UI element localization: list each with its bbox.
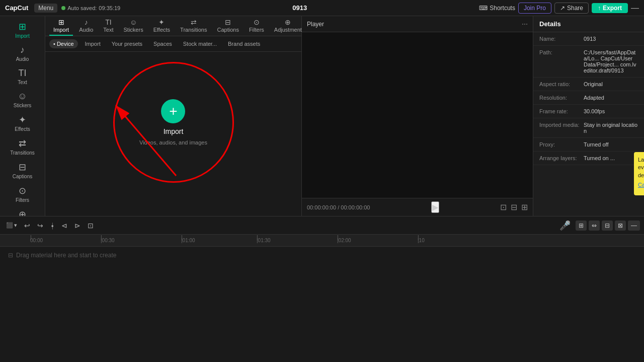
tab-audio-icon: ♪ [85,18,88,26]
subnav-import[interactable]: Import [81,39,105,48]
text-icon: TI [19,68,27,79]
detail-row-arrange-layers: Arrange layers: Turned on ... [533,152,644,165]
subnav-device[interactable]: • Device [49,39,78,48]
tooltip-text: Layers can be reordered in every new pro… [638,157,644,178]
sidebar-item-audio[interactable]: ♪ Audio [0,42,45,65]
ruler-mark-90: |01:30 [257,235,271,246]
subnav-brand[interactable]: Brand assets [224,39,264,48]
detail-value-framerate: 30.00fps [584,108,638,114]
sidebar-item-stickers[interactable]: ☺ Stickers [0,88,45,111]
player-options-icon[interactable]: ⋯ [522,21,528,28]
player-panel: Player ⋯ 00:00:00:00 / 00:00:00:00 ▶ ⊡ ⊟… [302,16,533,216]
transitions-icon: ⇄ [19,138,26,149]
tab-effects[interactable]: ✦ Effects [149,16,174,36]
tooltip-cancel-button[interactable]: Cancel [638,181,644,191]
zoom-selector[interactable]: ⬛ ▾ [4,221,19,230]
export-button[interactable]: ↑ Export [592,3,628,13]
sidebar-item-text[interactable]: TI Text [0,65,45,88]
tab-stickers-icon: ☺ [130,18,137,26]
app-logo: CapCut [5,4,28,12]
left-sidebar: ⊞ Import ♪ Audio TI Text ☺ Stickers ✦ Ef… [0,16,45,216]
detail-value-imported-media: Stay in original location [584,122,638,134]
timeline: ⬛ ▾ ↩ ↪ ⍿ ⊲ ⊳ ⊡ 🎤 ⊞ ⇔ ⊟ ⊠ — 00:00 |00:30… [0,216,644,362]
main-layout: ⊞ Import ♪ Audio TI Text ☺ Stickers ✦ Ef… [0,16,644,216]
zoom-chevron-icon: ▾ [14,222,17,229]
subnav-presets[interactable]: Your presets [108,39,146,48]
sidebar-item-import[interactable]: ⊞ Import [0,18,45,42]
ruler-mark-60: |01:00 [181,235,195,246]
join-pro-button[interactable]: Join Pro [518,3,551,14]
tab-transitions[interactable]: ⇄ Transitions [176,16,211,36]
group-toggle[interactable]: ⊠ [615,221,626,231]
timeline-ruler: 00:00 |00:30 |01:00 |01:30 |02:00 |10 [0,235,644,247]
player-controls: 00:00:00:00 / 00:00:00:00 ▶ ⊡ ⊟ ⊞ [302,198,533,216]
zoom-minus-button[interactable]: — [628,221,640,231]
sidebar-item-filters[interactable]: ⊙ Filters [0,182,45,206]
effects-icon: ✦ [19,114,26,125]
tab-adjustment[interactable]: ⊕ Adjustment [270,16,306,36]
tab-captions-icon: ⊟ [225,18,231,26]
player-fit-icon[interactable]: ⊟ [511,202,517,212]
detail-value-name: 0913 [584,36,638,42]
auto-save-time: 09:35:19 [99,5,120,11]
subnav-stock[interactable]: Stock mater... [179,39,221,48]
detail-label-aspect: Aspect ratio: [539,81,580,87]
import-icon: ⊞ [19,21,26,32]
tab-filters-icon: ⊙ [254,18,260,26]
trim-end-button[interactable]: ⊳ [72,221,83,231]
detail-value-arrange-layers: Turned on ... [584,155,638,161]
minimize-button[interactable]: — [631,4,639,13]
sub-navigation: • Device Import Your presets Spaces Stoc… [45,36,301,52]
player-header: Player ⋯ [302,16,533,32]
redo-button[interactable]: ↪ [35,221,45,231]
detail-row-aspect: Aspect ratio: Original [533,78,644,91]
detail-label-framerate: Frame rate: [539,108,580,114]
tab-captions[interactable]: ⊟ Captions [213,16,243,36]
import-button[interactable]: + Import Videos, audios, and images [139,99,207,146]
tab-import[interactable]: ⊞ Import [49,16,73,36]
mic-button[interactable]: 🎤 [559,220,571,231]
shortcuts-button[interactable]: ⌨ Shortcuts [479,5,515,12]
player-view [302,32,533,198]
split-button[interactable]: ⍿ [48,221,56,231]
tab-filters[interactable]: ⊙ Filters [245,16,268,36]
import-area: + Import Videos, audios, and images [45,52,301,216]
sidebar-item-transitions[interactable]: ⇄ Transitions [0,135,45,159]
unlink-toggle[interactable]: ⊟ [602,221,613,231]
link-toggle[interactable]: ⇔ [589,221,600,231]
detail-label-proxy: Proxy: [539,141,580,148]
player-play-button[interactable]: ▶ [431,201,439,213]
drag-hint: ⊟ Drag material here and start to create [0,247,644,264]
player-fullscreen-icon[interactable]: ⊞ [521,202,528,212]
detail-value-path: C:/Users/fast/AppData/Lo... CapCut/User … [584,49,638,74]
detail-value-resolution: Adapted [584,95,638,101]
detail-row-imported-media: Imported media: Stay in original locatio… [533,118,644,138]
share-icon: ↗ [560,5,565,12]
sidebar-item-effects[interactable]: ✦ Effects [0,111,45,135]
sidebar-item-captions[interactable]: ⊟ Captions [0,159,45,182]
ruler-mark-last: |10 [418,235,425,246]
undo-button[interactable]: ↩ [22,221,32,231]
topbar-right: ⌨ Shortcuts Join Pro ↗ Share ↑ Export — [479,3,639,14]
tab-adjustment-icon: ⊕ [285,18,291,26]
share-button[interactable]: ↗ Share [554,3,589,14]
tab-import-icon: ⊞ [58,18,64,26]
player-crop-icon[interactable]: ⊡ [500,202,507,212]
menu-button[interactable]: Menu [34,4,57,13]
tab-stickers[interactable]: ☺ Stickers [120,16,147,36]
timeline-toolbar: ⬛ ▾ ↩ ↪ ⍿ ⊲ ⊳ ⊡ 🎤 ⊞ ⇔ ⊟ ⊠ — [0,216,644,235]
delete-button[interactable]: ⊡ [86,221,96,231]
tab-audio[interactable]: ♪ Audio [75,16,97,36]
auto-save-indicator: Auto saved: 09:35:19 [61,5,120,11]
import-label: Import [164,127,184,135]
tab-effects-icon: ✦ [158,18,165,26]
detail-label-resolution: Resolution: [539,95,580,101]
subnav-spaces[interactable]: Spaces [149,39,176,48]
keyboard-icon: ⌨ [479,5,488,12]
tooltip-layers: Layers can be reordered in every new pro… [634,152,644,195]
snap-toggle[interactable]: ⊞ [576,221,587,231]
tab-text[interactable]: TI Text [99,16,117,36]
stickers-icon: ☺ [18,91,27,102]
trim-start-button[interactable]: ⊲ [59,221,69,231]
player-time: 00:00:00:00 / 00:00:00:00 [307,204,370,210]
